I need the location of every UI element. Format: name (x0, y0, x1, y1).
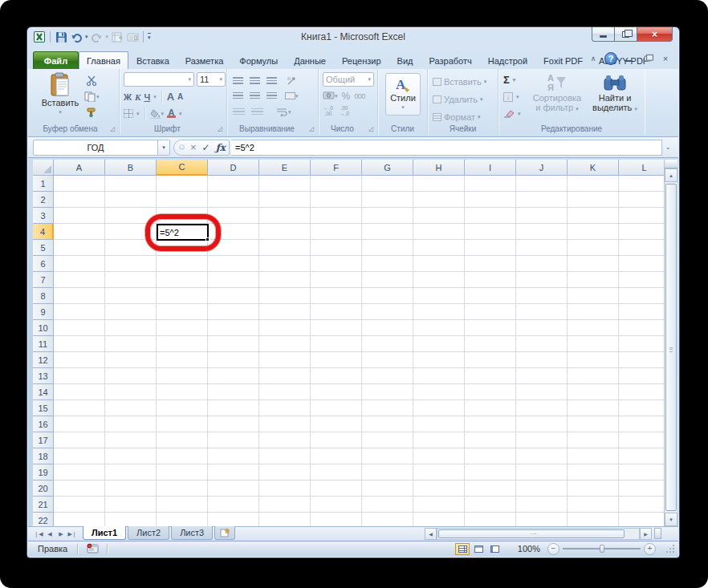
font-color-button[interactable]: А (167, 107, 176, 120)
row-header-18[interactable]: 18 (33, 448, 54, 464)
row-header-7[interactable]: 7 (33, 272, 54, 288)
workbook-close-icon[interactable]: × (658, 52, 673, 65)
row-header-12[interactable]: 12 (33, 352, 54, 368)
borders-dropdown[interactable]: ▾ (136, 111, 140, 117)
column-header-F[interactable]: F (311, 160, 362, 176)
next-sheet-icon[interactable]: ▶ (55, 527, 67, 541)
confirm-entry-button[interactable]: ✓ (202, 142, 210, 153)
help-icon[interactable]: ? (604, 52, 617, 65)
italic-button[interactable]: К (135, 90, 140, 103)
resize-grip[interactable] (665, 544, 675, 554)
scroll-down-icon[interactable]: ▼ (665, 513, 677, 526)
tab-разметка[interactable]: Разметка (177, 51, 232, 69)
increase-decimal-button[interactable]: ←,0,00 (323, 106, 333, 116)
autosum-button[interactable]: Σ▾ (503, 73, 521, 87)
minimize-button[interactable] (592, 27, 615, 42)
undo-button[interactable] (70, 30, 83, 43)
increase-indent-icon[interactable] (251, 108, 263, 116)
vertical-scrollbar[interactable]: ▲ ▼ (664, 160, 677, 526)
row-header-10[interactable]: 10 (33, 320, 54, 336)
workbook-restore-icon[interactable] (640, 52, 654, 65)
bold-button[interactable]: Ж (124, 90, 132, 103)
redo-button[interactable] (91, 30, 104, 43)
cell-grid[interactable]: =5^2 (54, 176, 664, 526)
number-dialog-launcher[interactable]: ◿ (367, 124, 375, 132)
align-bottom-icon[interactable] (267, 77, 277, 84)
column-header-G[interactable]: G (362, 160, 413, 176)
paste-button[interactable]: Вставить ▾ (39, 72, 81, 117)
column-header-L[interactable]: L (619, 160, 664, 176)
underline-button[interactable]: Ч (144, 90, 150, 103)
workbook-minimize-icon[interactable] (621, 52, 636, 65)
column-header-B[interactable]: B (105, 160, 157, 176)
zoom-track[interactable] (563, 548, 641, 549)
row-header-6[interactable]: 6 (33, 256, 54, 272)
row-header-17[interactable]: 17 (33, 432, 54, 448)
align-top-icon[interactable] (233, 77, 243, 84)
grow-font-button[interactable]: А (167, 90, 174, 103)
accounting-format-button[interactable]: ▾ (323, 89, 338, 103)
align-right-icon[interactable] (267, 92, 277, 99)
tab-file[interactable]: Файл (33, 51, 79, 69)
cancel-entry-button[interactable]: × (190, 141, 197, 153)
clear-button[interactable]: ▾ (503, 107, 521, 120)
scroll-left-icon[interactable]: ◀ (425, 528, 437, 540)
name-box[interactable]: ГОД (33, 140, 158, 156)
number-format-combo[interactable]: Общий▾ (323, 72, 374, 87)
decrease-decimal-button[interactable]: ,00→,0 (340, 106, 349, 116)
orientation-button[interactable] (287, 74, 298, 87)
row-header-5[interactable]: 5 (33, 240, 54, 256)
horizontal-track[interactable] (437, 528, 640, 540)
row-header-15[interactable]: 15 (33, 400, 54, 416)
percent-button[interactable]: % (342, 89, 351, 103)
restore-button[interactable] (615, 27, 637, 42)
column-header-E[interactable]: E (259, 160, 311, 176)
underline-dropdown[interactable]: ▾ (153, 94, 157, 100)
delete-cells-button[interactable]: Удалить▾ (433, 92, 486, 106)
row-header-11[interactable]: 11 (33, 336, 54, 352)
tab-надстрой[interactable]: Надстрой (480, 51, 535, 69)
font-dialog-launcher[interactable]: ◿ (216, 124, 224, 132)
scroll-right-icon[interactable]: ▶ (640, 528, 652, 540)
scroll-up-icon[interactable]: ▲ (665, 168, 677, 182)
qat-form-icon[interactable] (126, 30, 139, 43)
align-middle-icon[interactable] (250, 77, 260, 84)
column-header-J[interactable]: J (516, 160, 568, 176)
expand-formula-bar-icon[interactable]: ⌄ (662, 140, 673, 156)
row-header-13[interactable]: 13 (33, 368, 54, 384)
comma-style-button[interactable]: 000 (354, 89, 365, 103)
view-normal-button[interactable] (455, 543, 470, 555)
font-color-dropdown[interactable]: ▾ (179, 111, 182, 117)
insert-sheet-button[interactable] (214, 526, 235, 540)
sort-filter-button[interactable]: АЯ Сортировкаи фильтр ▾ (527, 72, 587, 114)
column-header-I[interactable]: I (465, 160, 516, 176)
wrap-text-button[interactable]: ▾ (276, 105, 291, 119)
tab-вид[interactable]: Вид (389, 51, 421, 69)
row-header-19[interactable]: 19 (33, 464, 54, 481)
horizontal-scroll-thumb[interactable] (438, 529, 625, 538)
column-header-D[interactable]: D (208, 160, 259, 176)
view-page-layout-button[interactable] (471, 543, 486, 555)
tab-формулы[interactable]: Формулы (231, 51, 286, 69)
zoom-handle[interactable] (600, 545, 604, 553)
last-sheet-icon[interactable]: ▶❘ (67, 527, 78, 541)
sheet-tab-лист1[interactable]: Лист1 (83, 526, 126, 540)
row-header-9[interactable]: 9 (33, 304, 54, 320)
zoom-out-button[interactable]: − (547, 543, 559, 555)
qat-grid-icon[interactable] (111, 30, 124, 43)
prev-sheet-icon[interactable]: ◀ (44, 527, 55, 541)
row-header-21[interactable]: 21 (33, 497, 54, 513)
tab-вставка[interactable]: Вставка (128, 51, 177, 69)
row-header-3[interactable]: 3 (33, 208, 54, 224)
borders-button[interactable] (124, 107, 133, 120)
horizontal-split-handle[interactable] (654, 528, 661, 539)
decrease-indent-icon[interactable] (233, 108, 245, 116)
insert-function-button[interactable]: ƒx (216, 142, 226, 153)
cut-button[interactable] (84, 74, 100, 87)
close-button[interactable]: × (637, 27, 673, 42)
paste-dropdown[interactable]: ▾ (59, 107, 62, 117)
active-cell-c4[interactable]: =5^2 (157, 224, 209, 241)
tab-foxit-pdf[interactable]: Foxit PDF (535, 51, 591, 69)
formula-input[interactable]: =5^2 (231, 140, 662, 156)
row-header-1[interactable]: 1 (33, 176, 54, 192)
